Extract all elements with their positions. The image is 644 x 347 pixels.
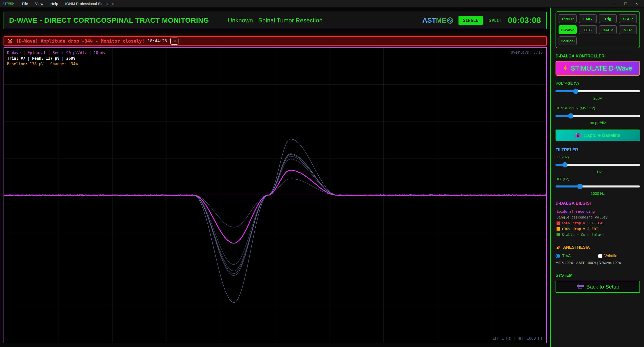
- sensitivity-slider[interactable]: [556, 113, 640, 118]
- mode-button-emg[interactable]: EMG: [579, 14, 597, 23]
- close-icon[interactable]: ×: [635, 1, 638, 6]
- pill-icon: [556, 245, 561, 250]
- mode-button-tcmep[interactable]: TcMEP: [559, 14, 577, 23]
- lff-value: 1 Hz: [556, 170, 640, 174]
- hff-label: HFF (HZ): [556, 177, 640, 181]
- info-lines: Epidural recordingSingle descending voll…: [556, 209, 640, 238]
- voltage-slider-thumb[interactable]: [573, 89, 578, 94]
- hff-value: 1000 Hz: [556, 191, 640, 196]
- alert-close-button[interactable]: ×: [170, 38, 178, 45]
- alert-timestamp: 18:44:26: [147, 39, 167, 43]
- minimize-icon[interactable]: –: [613, 1, 616, 6]
- capture-baseline-button[interactable]: Capture Baseline: [556, 130, 640, 141]
- voltage-value: 260V: [556, 96, 640, 100]
- menu-file[interactable]: File: [18, 2, 32, 6]
- menu-view[interactable]: View: [32, 2, 47, 6]
- app-logo: ASTMED: [3, 2, 14, 5]
- chart-annotations: D-Wave | Epidural | Sens: 90 µV/div | 10…: [7, 50, 105, 67]
- lff-slider[interactable]: [556, 162, 640, 167]
- dwave-chart: D-Wave | Epidural | Sens: 90 µV/div | 10…: [4, 47, 547, 343]
- alert-bar: [D-Wave] Amplitude drop -34% - Monitor c…: [4, 36, 547, 46]
- menu-help[interactable]: Help: [47, 2, 62, 6]
- radio-icon[interactable]: [598, 254, 602, 258]
- status-swatch-icon: [557, 227, 560, 231]
- split-view-button[interactable]: SPLIT: [488, 16, 503, 25]
- camera-icon: [575, 133, 581, 138]
- filter-settings-label: LFF 1 Hz | HFF 1000 Hz: [493, 336, 543, 341]
- hff-slider[interactable]: [556, 184, 640, 189]
- mode-button-vep[interactable]: VEP: [619, 25, 637, 34]
- menu-bar: ASTMED FileViewHelp IONM Professional Si…: [0, 0, 644, 8]
- back-arrow-icon: BACK: [576, 284, 584, 290]
- info-heading: D-DALGA BILGISI: [556, 201, 640, 206]
- siren-icon: [7, 38, 13, 44]
- lightning-bolt-icon: [563, 65, 568, 72]
- radio-volatile[interactable]: Volatile: [598, 254, 640, 258]
- radio-tiva[interactable]: TIVA: [556, 254, 598, 258]
- sensitivity-value: 90 µV/div: [556, 121, 640, 125]
- anesthesia-status: MEP: 100% | SSEP: 100% | D-Wave: 100%: [556, 261, 640, 265]
- lff-label: LFF (HZ): [556, 155, 640, 159]
- brand-pulse-icon: [447, 17, 453, 24]
- stimulate-button[interactable]: STIMULATE D-Wave: [556, 61, 640, 76]
- lff-slider-thumb[interactable]: [562, 162, 567, 168]
- sensitivity-slider-thumb[interactable]: [568, 113, 573, 119]
- anesthesia-heading: ANESTHESIA: [556, 245, 640, 250]
- sensitivity-label: SENSITIVITY (MV/DIV): [556, 106, 640, 110]
- single-view-button[interactable]: SINGLE: [458, 16, 482, 25]
- status-swatch-icon: [557, 222, 560, 225]
- maximize-icon[interactable]: □: [624, 1, 627, 6]
- mode-button-baep[interactable]: BAEP: [599, 25, 617, 34]
- radio-icon[interactable]: [556, 254, 560, 258]
- info-line-2: >50% drop = CRITICAL: [557, 220, 640, 226]
- mode-button-eeg[interactable]: EEG: [579, 25, 597, 34]
- mode-button-ssep[interactable]: SSEP: [619, 14, 637, 23]
- svg-text:BACK: BACK: [578, 288, 582, 290]
- hff-slider-thumb[interactable]: [577, 184, 583, 189]
- voltage-label: VOLTAGE (V): [556, 81, 640, 85]
- mode-button-cortical[interactable]: Cortical: [559, 36, 577, 45]
- header-bar: D-WAVE - DIRECT CORTICOSPINAL TRACT MONI…: [4, 12, 547, 29]
- back-to-setup-button[interactable]: BACK Back to Setup: [556, 281, 640, 293]
- info-line-3: >30% drop = ALERT: [557, 226, 640, 232]
- chart-baseline-line: Baseline: 178 µV | Change: -34%: [7, 61, 105, 67]
- status-swatch-icon: [557, 233, 560, 236]
- chart-title-line: D-Wave | Epidural | Sens: 90 µV/div | 10…: [7, 50, 105, 56]
- filters-heading: FILTRELER: [556, 148, 640, 152]
- mode-button-trig[interactable]: Trig: [599, 14, 617, 23]
- page-title: D-WAVE - DIRECT CORTICOSPINAL TRACT MONI…: [9, 16, 209, 24]
- info-line-1: Single descending volley: [557, 214, 640, 220]
- session-timer: 00:03:08: [508, 16, 541, 25]
- anesthesia-options: TIVA Volatile: [556, 254, 640, 258]
- menu-items: FileViewHelp: [18, 2, 62, 6]
- alert-message: [D-Wave] Amplitude drop -34% - Monitor c…: [16, 38, 144, 44]
- waveform-plot: [4, 48, 546, 343]
- brand-logo: ASTME: [422, 17, 454, 24]
- system-heading: SYSTEM: [556, 273, 640, 278]
- case-label: Unknown - Spinal Tumor Resection: [228, 17, 322, 24]
- mode-button-d-wave[interactable]: D-Wave: [559, 25, 577, 34]
- control-sidebar: TcMEPEMGTrigSSEPD-WaveEEGBAEPVEPCortical…: [550, 8, 644, 347]
- main-panel: D-WAVE - DIRECT CORTICOSPINAL TRACT MONI…: [0, 8, 550, 347]
- info-line-4: Stable = Cord intact: [557, 232, 640, 238]
- voltage-slider[interactable]: [556, 89, 640, 94]
- chart-trial-line: Trial #7 | Peak: 117 µV | 260V: [7, 56, 105, 61]
- overlays-counter: Overlays: 7/10: [511, 50, 543, 55]
- info-line-0: Epidural recording: [557, 209, 640, 214]
- app-title: IONM Professional Simulator: [65, 2, 114, 6]
- controls-heading: D-DALGA KONTROLLERI: [556, 54, 640, 58]
- mode-grid: TcMEPEMGTrigSSEPD-WaveEEGBAEPVEPCortical: [556, 11, 640, 48]
